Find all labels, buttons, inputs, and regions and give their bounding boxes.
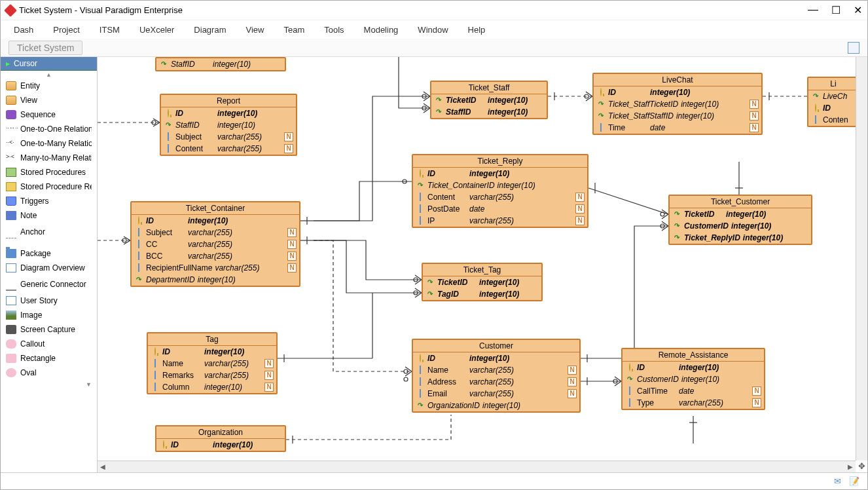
mail-icon[interactable]: ✉	[834, 476, 841, 486]
entity-column-row[interactable]: ↷Ticket_StaffStaffIDinteger(10)N	[594, 110, 761, 122]
entity-column-row[interactable]: RecipientFullNamevarchar(255)N	[132, 262, 299, 274]
tool-screen-capture[interactable]: Screen Capture	[1, 322, 97, 337]
entity-column-row[interactable]: ↷StaffIDinteger(10)	[156, 58, 285, 70]
entity-organization[interactable]: OrganizationIDinteger(10)	[155, 425, 286, 452]
entity-partial-top[interactable]: ↷StaffIDinteger(10)	[155, 57, 286, 71]
entity-column-row[interactable]: ↷Ticket_ContainerIDinteger(10)	[413, 179, 587, 191]
menu-dash[interactable]: Dash	[14, 25, 33, 35]
entity-column-row[interactable]: Conten	[808, 114, 858, 126]
menu-itsm[interactable]: ITSM	[99, 25, 120, 35]
entity-livechat[interactable]: LiveChatIDinteger(10)↷Ticket_StaffTicket…	[592, 73, 763, 135]
entity-column-row[interactable]: ↷Ticket_ReplyIDinteger(10)	[670, 232, 811, 244]
menu-diagram[interactable]: Diagram	[194, 25, 226, 35]
entity-ticket-reply[interactable]: Ticket_ReplyIDinteger(10)↷Ticket_Contain…	[412, 154, 588, 228]
menu-project[interactable]: Project	[53, 25, 79, 35]
entity-column-row[interactable]: Namevarchar(255)N	[413, 364, 579, 376]
entity-column-row[interactable]: PostDatedateN	[413, 203, 587, 215]
entity-tag[interactable]: TagIDinteger(10)Namevarchar(255)NRemarks…	[147, 332, 278, 394]
tool-sequence[interactable]: Sequence	[1, 107, 97, 122]
tool-oval[interactable]: Oval	[1, 366, 97, 380]
entity-column-row[interactable]: IDinteger(10)	[413, 352, 579, 364]
tool-anchor[interactable]: Anchor	[1, 223, 97, 241]
menu-window[interactable]: Window	[418, 25, 448, 35]
menu-help[interactable]: Help	[468, 25, 486, 35]
entity-column-row[interactable]: ↷TicketIDinteger(10)	[431, 94, 547, 106]
pan-grip-icon[interactable]: ✥	[856, 461, 867, 472]
entity-li[interactable]: Li↷LiveChIDConten	[807, 77, 859, 127]
entity-column-row[interactable]: IDinteger(10)	[594, 86, 761, 98]
entity-column-row[interactable]: Remarksvarchar(255)N	[148, 369, 276, 381]
entity-column-row[interactable]: IDinteger(10)	[148, 346, 276, 358]
entity-column-row[interactable]: ↷StaffIDinteger(10)	[431, 106, 547, 118]
entity-column-row[interactable]: ↷CustomerIDinteger(10)	[670, 220, 811, 232]
entity-column-row[interactable]: ↷CustomerIDinteger(10)	[623, 373, 764, 385]
entity-column-row[interactable]: IDinteger(10)	[161, 107, 296, 119]
entity-column-row[interactable]: Typevarchar(255)N	[623, 397, 764, 409]
tool-stored-procedures[interactable]: Stored Procedures	[1, 165, 97, 179]
entity-column-row[interactable]: TimedateN	[594, 122, 761, 134]
maximize-button[interactable]: ☐	[831, 4, 841, 16]
entity-column-row[interactable]: ↷DepartmentIDinteger(10)	[132, 274, 299, 286]
entity-column-row[interactable]: Contentvarchar(255)N	[161, 143, 296, 155]
erd-canvas[interactable]: ↷StaffIDinteger(10)ReportIDinteger(10)↷S…	[98, 57, 862, 457]
entity-customer[interactable]: CustomerIDinteger(10)Namevarchar(255)NAd…	[412, 339, 581, 413]
entity-column-row[interactable]: ↷StaffIDinteger(10)	[161, 119, 296, 131]
entity-remote-assistance[interactable]: Remote_AssistanceIDinteger(10)↷CustomerI…	[621, 348, 765, 410]
tool-one-to-one-relationship[interactable]: ··↔··One-to-One Relationship	[1, 122, 97, 136]
entity-column-row[interactable]: BCCvarchar(255)N	[132, 250, 299, 262]
tool-user-story[interactable]: User Story	[1, 293, 97, 308]
tool-package[interactable]: Package	[1, 246, 97, 261]
tool-callout[interactable]: Callout	[1, 337, 97, 351]
tool-diagram-overview[interactable]: Diagram Overview	[1, 261, 97, 275]
entity-column-row[interactable]: Contentvarchar(255)N	[413, 191, 587, 203]
entity-column-row[interactable]: IDinteger(10)	[156, 439, 285, 451]
entity-ticket-tag[interactable]: Ticket_Tag↷TicketIDinteger(10)↷TagIDinte…	[422, 263, 543, 301]
menu-modeling[interactable]: Modeling	[364, 25, 399, 35]
menu-team[interactable]: Team	[283, 25, 304, 35]
entity-column-row[interactable]: IDinteger(10)	[623, 362, 764, 373]
diagram-nav-icon[interactable]	[848, 42, 859, 54]
entity-column-row[interactable]: ↷TagIDinteger(10)	[423, 288, 541, 300]
entity-column-row[interactable]: ↷Ticket_StaffTicketIDinteger(10)N	[594, 98, 761, 110]
entity-column-row[interactable]: ID	[808, 102, 858, 114]
entity-column-row[interactable]: Addressvarchar(255)N	[413, 376, 579, 388]
entity-column-row[interactable]: IPvarchar(255)N	[413, 215, 587, 227]
vertical-scrollbar[interactable]	[856, 57, 867, 461]
entity-column-row[interactable]: Subjectvarchar(255)N	[161, 131, 296, 143]
tool-entity[interactable]: Entity	[1, 79, 97, 93]
menu-uexceler[interactable]: UeXceler	[139, 25, 174, 35]
tool-triggers[interactable]: Triggers	[1, 194, 97, 208]
entity-ticket-container[interactable]: Ticket_ContainerIDinteger(10)Subjectvarc…	[130, 201, 300, 287]
minimize-button[interactable]: —	[808, 4, 818, 16]
entity-column-row[interactable]: Emailvarchar(255)N	[413, 388, 579, 400]
toolbox-scroll-down[interactable]: ▼	[1, 380, 97, 389]
entity-column-row[interactable]: ↷LiveCh	[808, 90, 858, 102]
entity-column-row[interactable]: CCvarchar(255)N	[132, 238, 299, 250]
tool-one-to-many-relationship[interactable]: ··<·One-to-Many Relationship	[1, 136, 97, 151]
tool-cursor[interactable]: ▸ Cursor	[1, 57, 97, 71]
entity-column-row[interactable]: Subjectvarchar(255)N	[132, 227, 299, 238]
entity-column-row[interactable]: IDinteger(10)	[413, 168, 587, 179]
entity-column-row[interactable]: Columninteger(10)N	[148, 381, 276, 393]
tool-view[interactable]: View	[1, 93, 97, 107]
entity-report[interactable]: ReportIDinteger(10)↷StaffIDinteger(10)Su…	[160, 94, 297, 156]
menu-view[interactable]: View	[245, 25, 264, 35]
entity-column-row[interactable]: ↷TicketIDinteger(10)	[670, 208, 811, 220]
menu-tools[interactable]: Tools	[324, 25, 344, 35]
edit-icon[interactable]: 📝	[849, 476, 859, 486]
breadcrumb-item[interactable]: Ticket System	[9, 41, 82, 55]
entity-column-row[interactable]: IDinteger(10)	[132, 215, 299, 227]
entity-column-row[interactable]: ↷OrganizationIDinteger(10)	[413, 400, 579, 411]
close-button[interactable]: ✕	[854, 4, 862, 16]
tool-note[interactable]: Note	[1, 208, 97, 223]
horizontal-scrollbar[interactable]: ◀▶	[98, 461, 856, 472]
entity-ticket-staff[interactable]: Ticket_Staff↷TicketIDinteger(10)↷StaffID…	[430, 81, 548, 119]
tool-rectangle[interactable]: Rectangle	[1, 351, 97, 366]
tool-stored-procedure-resultset[interactable]: Stored Procedure Resultset	[1, 179, 97, 194]
entity-ticket-customer[interactable]: Ticket_Customer↷TicketIDinteger(10)↷Cust…	[668, 195, 812, 245]
tool-many-to-many-relationship[interactable]: >·<Many-to-Many Relationship	[1, 151, 97, 165]
toolbox-scroll-up[interactable]: ▲	[1, 71, 97, 79]
tool-generic-connector[interactable]: Generic Connector	[1, 275, 97, 293]
entity-column-row[interactable]: ↷TicketIDinteger(10)	[423, 276, 541, 288]
entity-column-row[interactable]: CallTimedateN	[623, 385, 764, 397]
